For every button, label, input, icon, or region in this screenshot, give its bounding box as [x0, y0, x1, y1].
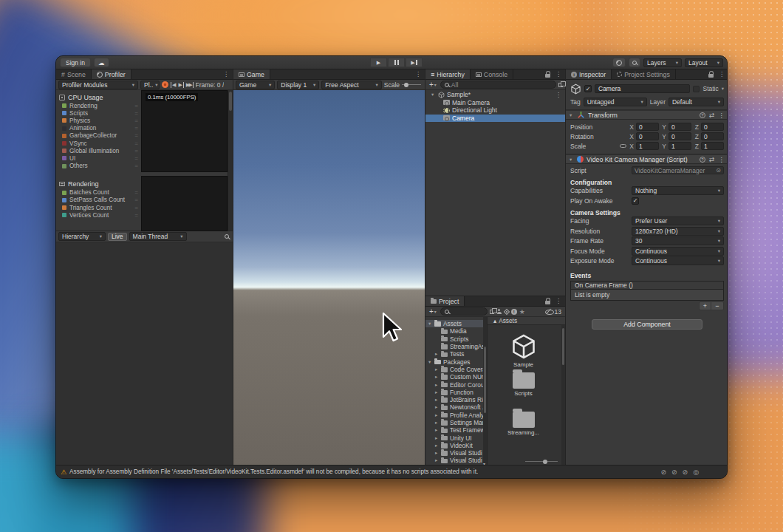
foldout-arrow-icon[interactable]: ▾ [570, 157, 574, 163]
open-search-window-icon[interactable] [490, 310, 494, 314]
axis-x-field[interactable]: 1 [636, 142, 659, 150]
rendering-legend-item[interactable]: Triangles Count = [56, 204, 141, 211]
cpu-legend-item[interactable]: Global Illumination = [56, 147, 141, 154]
create-asset-button[interactable]: +▾ [428, 307, 438, 316]
rendering-module-header[interactable]: Rendering [56, 180, 141, 189]
axis-y-field[interactable]: 1 [669, 142, 691, 150]
lock-icon[interactable] [545, 301, 550, 304]
object-picker-icon[interactable]: ⊙ [716, 167, 721, 174]
asset-item-streaming[interactable]: Streaming... [488, 412, 559, 436]
script-field[interactable]: VideoKitCameraManager⊙ [632, 166, 724, 174]
record-button[interactable] [162, 81, 168, 88]
aspect-dropdown[interactable]: Free Aspect▾ [321, 81, 381, 89]
drag-handle-icon[interactable]: = [134, 110, 138, 117]
drag-handle-icon[interactable]: = [134, 163, 138, 169]
add-event-button[interactable]: + [700, 302, 711, 310]
kebab-menu-icon[interactable]: ⋮ [717, 71, 727, 78]
hierarchy-search-input[interactable]: All [440, 81, 556, 89]
folder-row[interactable]: ▸ Tests [425, 350, 487, 358]
package-row[interactable]: ▸ Profile Analy [425, 412, 487, 419]
game-viewport[interactable] [233, 90, 425, 466]
step-button[interactable]: ▶ [406, 58, 423, 67]
modules-scrollbar[interactable] [228, 90, 233, 231]
foldout-arrow-icon[interactable]: ▸ [435, 443, 439, 449]
rendering-legend-item[interactable]: Vertices Count = [56, 211, 141, 219]
cache-disabled-icon[interactable]: ⊘ [683, 468, 688, 476]
package-row[interactable]: ▸ VideoKit [425, 442, 487, 449]
foldout-arrow-icon[interactable]: ▸ [435, 435, 439, 441]
foldout-arrow-icon[interactable]: ▸ [435, 450, 439, 456]
add-component-button[interactable]: Add Component [592, 319, 702, 330]
setting-dropdown[interactable]: Prefer User▾ [632, 216, 724, 225]
kebab-menu-icon[interactable]: ⋮ [718, 112, 725, 119]
foldout-arrow-icon[interactable]: ▸ [435, 351, 439, 357]
search-by-import-log-icon[interactable]: ! [511, 309, 517, 315]
tab-scene[interactable]: #Scene [56, 69, 92, 79]
activity-indicator-icon[interactable]: ◎ [693, 468, 699, 476]
layers-dropdown[interactable]: Layers▾ [643, 58, 682, 67]
cpu-legend-item[interactable]: Rendering = [56, 102, 141, 109]
setting-dropdown[interactable]: Continuous▾ [632, 247, 724, 256]
presets-icon[interactable]: ⇄ [709, 156, 714, 163]
tab-profiler[interactable]: Profiler [92, 69, 131, 79]
thread-dropdown[interactable]: Main Thread▾ [129, 232, 187, 241]
rendering-legend-item[interactable]: SetPass Calls Count = [56, 197, 141, 204]
foldout-arrow-icon[interactable]: ▸ [435, 389, 439, 395]
cpu-usage-module-header[interactable]: CPU Usage [56, 92, 141, 102]
folder-row[interactable]: StreamingAs [425, 343, 487, 350]
capabilities-dropdown[interactable]: Nothing▾ [632, 186, 724, 195]
package-row[interactable]: ▸ Editor Corou [425, 381, 487, 388]
kebab-menu-icon[interactable]: ⋮ [553, 71, 564, 78]
setting-dropdown[interactable]: 1280x720 (HD)▾ [632, 227, 724, 236]
search-by-label-icon[interactable] [504, 308, 510, 314]
static-checkbox[interactable] [693, 86, 700, 92]
layout-dropdown[interactable]: Layout▾ [685, 58, 723, 67]
rendering-legend-item[interactable]: Batches Count = [56, 189, 141, 197]
layer-dropdown[interactable]: Default▾ [669, 98, 724, 106]
remove-event-button[interactable]: − [711, 302, 723, 310]
kebab-menu-icon[interactable]: ⋮ [553, 92, 563, 98]
thumbnail-zoom-slider[interactable] [525, 461, 558, 462]
package-row[interactable]: ▸ Code Covera [425, 366, 487, 373]
package-row[interactable]: ▸ Function [425, 389, 487, 396]
foldout-arrow-icon[interactable]: ▸ [435, 427, 439, 433]
package-row[interactable]: ▸ Settings Mar [425, 419, 487, 426]
axis-z-field[interactable]: 0 [701, 132, 724, 140]
kebab-menu-icon[interactable]: ⋮ [413, 71, 423, 78]
drag-handle-icon[interactable]: = [134, 205, 138, 211]
project-search-input[interactable] [440, 307, 488, 316]
drag-handle-icon[interactable]: = [134, 155, 138, 162]
tab-project-settings[interactable]: Project Settings [612, 69, 676, 79]
foldout-arrow-icon[interactable]: ▾ [570, 112, 574, 118]
scene-picker-icon[interactable] [558, 83, 563, 87]
search-everywhere-button[interactable] [629, 58, 640, 67]
axis-x-field[interactable]: 0 [636, 123, 659, 131]
project-breadcrumb[interactable]: ▴ Assets [488, 317, 565, 325]
play-button[interactable]: ▶ [370, 58, 387, 67]
drag-handle-icon[interactable]: = [134, 189, 138, 196]
package-row[interactable]: ▸ JetBrains Ric [425, 396, 487, 403]
tag-dropdown[interactable]: Untagged▾ [584, 98, 647, 106]
notifications-muted-icon[interactable]: ⊘ [661, 468, 667, 476]
drag-handle-icon[interactable]: = [134, 212, 138, 219]
cpu-legend-item[interactable]: VSync = [56, 140, 141, 147]
setting-dropdown[interactable]: 30▾ [632, 236, 724, 245]
scrollbar-thumb[interactable] [229, 92, 232, 111]
asset-item-scripts[interactable]: Scripts [488, 372, 559, 397]
cpu-legend-item[interactable]: Animation = [56, 125, 141, 132]
drag-handle-icon[interactable]: = [134, 197, 138, 203]
tab-inspector[interactable]: iInspector [566, 69, 612, 79]
kebab-menu-icon[interactable]: ⋮ [553, 298, 564, 304]
hierarchy-item[interactable]: Directional Light [425, 106, 565, 115]
lock-icon[interactable] [708, 74, 714, 78]
foldout-arrow-icon[interactable]: ▸ [435, 420, 439, 426]
foldout-arrow-icon[interactable]: ▾ [428, 321, 432, 327]
slider-knob[interactable] [543, 460, 547, 464]
cpu-usage-chart[interactable]: 0.1ms (10000FPS) [141, 90, 228, 172]
help-icon[interactable]: ? [700, 157, 705, 163]
axis-z-field[interactable]: 0 [701, 123, 724, 131]
game-view-dropdown[interactable]: Game▾ [236, 81, 275, 89]
package-row[interactable]: ▸ Visual Studi [425, 449, 487, 457]
packages-root-row[interactable]: ▾ Packages [425, 358, 487, 365]
cpu-legend-item[interactable]: Physics = [56, 117, 141, 124]
